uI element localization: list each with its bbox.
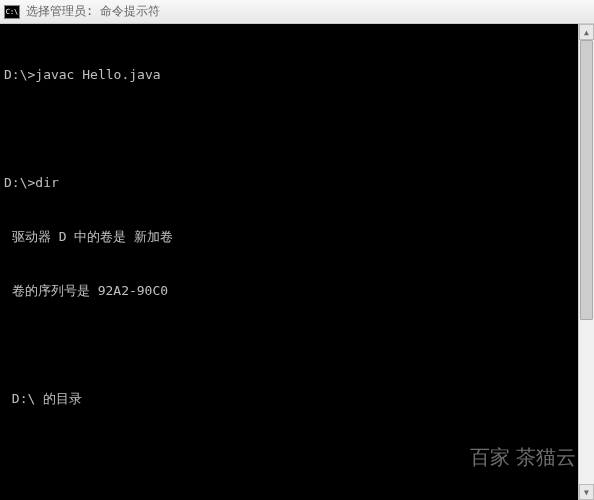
scroll-track[interactable] [579, 40, 594, 484]
command-line-2: D:\>dir [4, 174, 594, 192]
scroll-thumb[interactable] [580, 40, 593, 320]
scroll-up-button[interactable]: ▲ [579, 24, 594, 40]
vertical-scrollbar[interactable]: ▲ ▼ [578, 24, 594, 500]
volume-label-line: 驱动器 D 中的卷是 新加卷 [4, 228, 594, 246]
cmd-icon: C:\ [4, 5, 20, 19]
command-line-1: D:\>javac Hello.java [4, 66, 594, 84]
terminal-output[interactable]: D:\>javac Hello.java D:\>dir 驱动器 D 中的卷是 … [0, 24, 594, 500]
scroll-down-button[interactable]: ▼ [579, 484, 594, 500]
blank-line [4, 336, 594, 354]
directory-heading: D:\ 的目录 [4, 390, 594, 408]
blank-line [4, 120, 594, 138]
volume-serial-line: 卷的序列号是 92A2-90C0 [4, 282, 594, 300]
window-title: 选择管理员: 命令提示符 [26, 3, 160, 20]
blank-line [4, 444, 594, 462]
window-titlebar[interactable]: C:\ 选择管理员: 命令提示符 [0, 0, 594, 24]
